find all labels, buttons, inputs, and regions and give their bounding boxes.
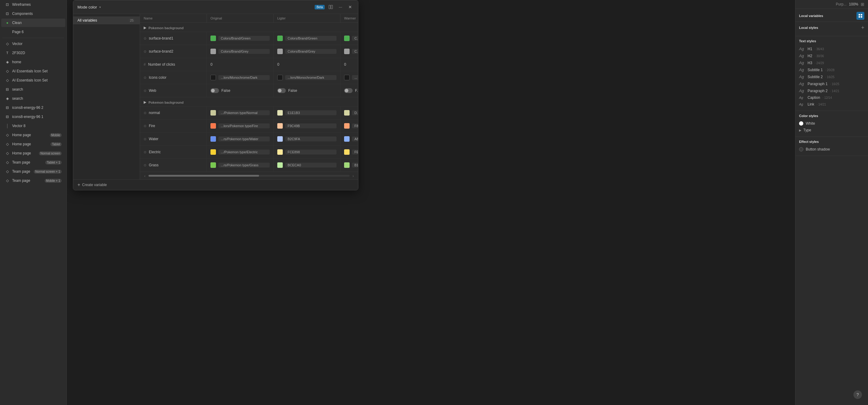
mobile-badge: Mobile bbox=[50, 133, 62, 137]
create-variable-button[interactable]: + Create variable bbox=[78, 182, 107, 187]
frame-icon3: ◇ bbox=[5, 133, 10, 138]
sidebar-item-ai-ess-1[interactable]: ◇ AI Essentials Icon Set bbox=[1, 67, 65, 76]
color-chip bbox=[277, 149, 283, 155]
text-style-link[interactable]: Ag Link · 14/21 bbox=[799, 101, 864, 108]
more-options-icon[interactable]: ··· bbox=[337, 3, 344, 11]
local-styles-title: Local styles bbox=[799, 26, 818, 29]
sidebar-item-clean[interactable]: ● Clean bbox=[1, 19, 65, 27]
help-button[interactable]: ? bbox=[854, 390, 862, 399]
sidebar-item-label: Home page bbox=[12, 133, 48, 137]
add-style-button[interactable]: + bbox=[861, 25, 864, 30]
frame-icon8: ◇ bbox=[5, 178, 10, 183]
cell-name-web: ⊙ Web bbox=[140, 84, 207, 97]
table-row-grass[interactable]: ⊙ Grass ...rs/Pokemon type/Grass BCECA0 bbox=[140, 159, 358, 172]
table-row-electric[interactable]: ⊙ Electric .../Pokemon type/Electric FCE… bbox=[140, 146, 358, 159]
sidebar-item-team-tablet[interactable]: ◇ Team page Tablet + 1 bbox=[1, 158, 65, 167]
ts-label-caption: Caption bbox=[808, 95, 820, 100]
group-section-label-2: Pokemon background bbox=[149, 100, 184, 104]
text-style-h3[interactable]: Ag H3 · 24/29 bbox=[799, 59, 864, 66]
sidebar-item-ai-ess-2[interactable]: ◇ AI Essentials Icon Set bbox=[1, 76, 65, 85]
sidebar-item-team-mobile[interactable]: ◇ Team page Mobile + 1 bbox=[1, 176, 65, 185]
text-style-subtitle1[interactable]: Ag Subtitle 1 · 20/28 bbox=[799, 66, 864, 73]
color-value: ...rs/Pokemon type/Grass bbox=[218, 163, 270, 168]
nav-item-all-variables[interactable]: All variables 25 bbox=[73, 17, 140, 24]
sidebar-item-vector8[interactable]: | Vector 8 bbox=[1, 122, 65, 130]
var-icon: ⊙ bbox=[144, 137, 146, 141]
table-row-water[interactable]: ⊙ Water ...rs/Pokemon type/Water B2C9FA bbox=[140, 133, 358, 146]
sidebar-item-home-tablet[interactable]: ◇ Home page Tablet bbox=[1, 140, 65, 148]
dropdown-arrow-icon[interactable]: ▾ bbox=[99, 5, 101, 9]
color-value: F9C49B bbox=[285, 123, 337, 128]
table-row-surface-brand1[interactable]: ⊙ surface-brand1 Colors/Brand/Green Colo… bbox=[140, 32, 358, 45]
sidebar-item-2f302d[interactable]: T 2F302D bbox=[1, 49, 65, 57]
text-style-h1[interactable]: Ag H1 · 36/43 bbox=[799, 45, 864, 52]
cell-warmer-web: F... bbox=[340, 84, 358, 97]
color-value: E1E1B3 bbox=[285, 110, 337, 115]
sidebar-item-label: icons8-energy-96 1 bbox=[12, 115, 62, 119]
table-row-fire[interactable]: ⊙ Fire ...lors/Pokemon type/Fire F9C49B bbox=[140, 119, 358, 133]
type-label: Type bbox=[803, 128, 811, 132]
local-variables-button[interactable] bbox=[857, 12, 864, 20]
sidebar-item-icons8-1[interactable]: ⊟ icons8-energy-96 1 bbox=[1, 113, 65, 121]
color-chip bbox=[344, 35, 349, 41]
type-item[interactable]: ▶ Type bbox=[799, 127, 864, 134]
ag-icon-sub2: Ag bbox=[799, 75, 805, 79]
text-style-para2[interactable]: Ag Paragraph 2 · 14/21 bbox=[799, 87, 864, 94]
toggle-original[interactable] bbox=[211, 88, 219, 93]
sidebar-item-team-normal[interactable]: ◇ Team page Normal screen + 1 bbox=[1, 167, 65, 176]
sidebar-item-search1[interactable]: ⊟ search bbox=[1, 85, 65, 94]
close-icon[interactable]: ✕ bbox=[346, 3, 354, 11]
cell-name-water: ⊙ Water bbox=[140, 133, 207, 145]
scroll-right-btn[interactable]: › bbox=[351, 173, 355, 178]
ts-meta-sub1: · 20/28 bbox=[825, 68, 835, 72]
toggle-warmer[interactable] bbox=[344, 88, 352, 93]
expand-icon[interactable]: ⊞ bbox=[861, 2, 864, 7]
text-styles-section: Text styles Ag H1 · 36/43 Ag H2 · 30/36 … bbox=[796, 36, 868, 111]
table-row-normal[interactable]: ⊙ normal .../Pokemon type/Normal E1E1B3 bbox=[140, 107, 358, 119]
text-style-para1[interactable]: Ag Paragraph 1 · 16/25 bbox=[799, 80, 864, 87]
text-style-subtitle2[interactable]: Ag Subtitle 2 · 16/25 bbox=[799, 73, 864, 80]
ag-icon-caption: Ag bbox=[799, 96, 805, 99]
table-row-web[interactable]: ⊙ Web False False F.. bbox=[140, 84, 358, 97]
sidebar-item-label: Wireframes bbox=[12, 2, 62, 7]
sidebar-item-icons8-2[interactable]: ⊟ icons8-energy-96 2 bbox=[1, 104, 65, 112]
color-chip bbox=[277, 75, 283, 80]
sidebar-item-vector[interactable]: ◇ Vector bbox=[1, 39, 65, 48]
nav-item-label: All variables bbox=[78, 18, 97, 23]
sidebar-item-label: Team page bbox=[12, 169, 31, 174]
ai-icon2: ◇ bbox=[5, 78, 10, 83]
split-view-icon[interactable] bbox=[327, 3, 334, 11]
normal-plus-badge: Normal screen + 1 bbox=[34, 170, 62, 174]
sidebar-item-wireframes[interactable]: ⊡ Wireframes bbox=[1, 0, 65, 9]
color-chip bbox=[211, 49, 216, 54]
sidebar-item-home-normal[interactable]: ◇ Home page Normal screen bbox=[1, 149, 65, 157]
color-style-white[interactable]: White bbox=[799, 120, 864, 127]
cell-warmer-electric: FE... bbox=[340, 146, 358, 158]
table-row-icons-color[interactable]: ⊙ Icons color ...lors/Monochrome/Dark ..… bbox=[140, 71, 358, 84]
text-style-caption[interactable]: Ag Caption · 12/14 bbox=[799, 94, 864, 101]
sidebar-item-label: home bbox=[12, 60, 62, 64]
color-value: F8... bbox=[352, 123, 358, 128]
group-header-arrow: ▶ bbox=[144, 100, 146, 104]
toggle-label: False bbox=[221, 88, 230, 93]
sidebar-item-page6[interactable]: Page 6 bbox=[1, 28, 65, 36]
scroll-left-btn[interactable]: ‹ bbox=[143, 173, 147, 178]
text-style-h2[interactable]: Ag H2 · 30/36 bbox=[799, 52, 864, 59]
color-chip bbox=[277, 162, 283, 168]
page-icon bbox=[5, 29, 10, 34]
toggle-ligter[interactable] bbox=[277, 88, 286, 93]
sidebar-item-home[interactable]: ◈ home bbox=[1, 58, 65, 66]
cell-name-fire: ⊙ Fire bbox=[140, 119, 207, 132]
sidebar-item-home-mobile[interactable]: ◇ Home page Mobile bbox=[1, 131, 65, 139]
ts-label-h3: H3 bbox=[808, 61, 812, 65]
sidebar-item-search2[interactable]: ◈ search bbox=[1, 94, 65, 103]
table-row-clicks[interactable]: # Number of clicks 0 0 0 bbox=[140, 58, 358, 71]
cell-name-brand2: ⊙ surface-brand2 bbox=[140, 45, 207, 58]
effect-item-shadow[interactable]: Button shadow bbox=[799, 146, 864, 153]
frame-icon4: ◇ bbox=[5, 142, 10, 147]
modal-title-row: Mode color ▾ bbox=[78, 5, 101, 9]
ag-icon-para2: Ag bbox=[799, 88, 805, 93]
scroll-thumb[interactable] bbox=[149, 175, 259, 177]
sidebar-item-components[interactable]: ⊡ Components bbox=[1, 9, 65, 18]
table-row-surface-brand2[interactable]: ⊙ surface-brand2 Colors/Brand/Grey Color… bbox=[140, 45, 358, 58]
